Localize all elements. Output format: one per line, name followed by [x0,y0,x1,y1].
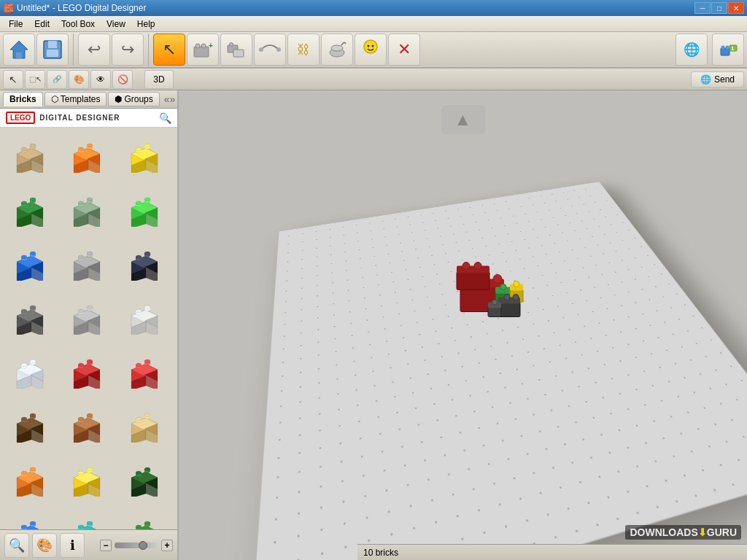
panel-tabs: Bricks ⬡ Templates ⬢ Groups «» [0,90,177,109]
maximize-button[interactable]: □ [711,2,727,14]
hide-btn[interactable]: 👁 [90,70,111,89]
watermark: DOWNLOADS⬇GURU [625,525,741,540]
select-color-btn[interactable]: 🎨 [69,70,89,89]
brick-item[interactable] [61,348,112,399]
svg-point-152 [136,309,142,313]
canvas-up-button[interactable]: ▲ [441,105,485,134]
brick-item[interactable] [61,456,112,507]
svg-point-306 [513,294,519,300]
flex-tool-button[interactable] [254,34,286,66]
zoom-out-button[interactable]: − [100,540,112,551]
home-button[interactable] [3,34,35,66]
brick-item[interactable] [61,402,112,453]
svg-point-20 [721,46,725,50]
svg-point-166 [30,359,36,363]
select-connected-btn[interactable]: 🔗 [47,70,67,89]
minimize-button[interactable]: ─ [694,2,711,14]
brick-item[interactable] [4,510,55,529]
brick-item[interactable] [61,240,112,291]
zoom-slider[interactable] [115,542,158,548]
cursor-tool-button[interactable]: ↖ [153,34,185,66]
close-button[interactable]: ✕ [728,2,744,14]
svg-point-67 [30,198,36,201]
paint-button[interactable] [321,34,353,66]
share-button[interactable]: 🌐 [676,34,708,66]
svg-point-53 [136,147,142,151]
brick-pile-svg [446,257,548,344]
menu-edit[interactable]: Edit [28,18,55,31]
titlebar-controls: ─ □ ✕ [694,2,744,14]
brick-item[interactable] [119,132,170,183]
svg-point-276 [87,521,93,525]
color-mode-button[interactable]: 🎨 [32,533,57,558]
tab-templates[interactable]: ⬡ Templates [44,92,107,106]
brick-item[interactable] [61,294,112,345]
hinge-button[interactable]: ⛓ [287,34,320,66]
svg-point-16 [364,40,377,53]
search-button[interactable]: 🔍 [159,112,171,124]
delete-button[interactable]: ✕ [388,34,420,66]
redo-button[interactable]: ↪ [112,34,144,66]
view-3d-btn[interactable]: 3D [144,70,174,89]
svg-point-292 [493,274,502,283]
menu-help[interactable]: Help [131,18,161,31]
brand-bar: LEGO DIGITAL DESIGNER 🔍 [0,109,177,128]
brick-item[interactable] [4,294,55,345]
svg-rect-307 [488,306,501,316]
svg-point-78 [87,198,93,201]
brick-grid [0,128,177,529]
svg-point-221 [144,413,150,417]
undo-button[interactable]: ↩ [78,34,110,66]
tab-groups[interactable]: ⬢ Groups [108,92,159,106]
brick-item[interactable] [119,294,170,345]
zoom-in-button[interactable]: + [161,540,173,551]
brick-item[interactable] [4,456,55,507]
toolbar-group-home [3,34,74,66]
brick-item[interactable] [61,132,112,183]
svg-point-89 [144,198,150,201]
hide-unselected-btn[interactable]: 🚫 [112,70,133,89]
templates-tab-label: Templates [61,94,101,104]
brick-item[interactable] [4,402,55,453]
add-brick-button[interactable]: + [187,34,219,66]
brick-item[interactable] [4,132,55,183]
svg-point-97 [21,255,27,259]
send-button[interactable]: 🌐 Send [691,71,744,88]
brick-item[interactable] [119,186,170,237]
select-tool-btn[interactable]: ↖ [3,70,23,89]
brick-item[interactable] [119,348,170,399]
brick-item[interactable] [119,402,170,453]
brick-item[interactable] [4,186,55,237]
canvas-area[interactable]: ▲ [179,90,747,560]
baseplate [249,182,747,560]
save-button[interactable] [36,34,69,66]
smiley-button[interactable] [355,34,387,66]
svg-point-273 [78,525,84,529]
models-button[interactable]: 1 [712,34,744,66]
menu-view[interactable]: View [101,18,131,31]
menu-toolbox[interactable]: Tool Box [55,18,101,31]
view-mode-button[interactable]: 🔍 [4,533,29,558]
info-button[interactable]: ℹ [60,533,85,558]
brick-item[interactable] [61,510,112,529]
brick-item[interactable] [119,240,170,291]
tab-bricks[interactable]: Bricks [3,92,43,106]
secondary-toolbar: ↖ ⬚↖ 🔗 🎨 👁 🚫 3D 🌐 Send [0,69,747,90]
svg-point-17 [368,45,370,47]
clone-button[interactable] [220,34,252,66]
brick-item[interactable] [119,510,170,529]
svg-point-185 [136,363,142,367]
svg-point-287 [144,521,150,525]
svg-point-18 [372,45,374,47]
brick-item[interactable] [4,348,55,399]
menu-file[interactable]: File [3,18,28,31]
main-toolbar: ↩ ↪ ↖ + ⛓ [0,32,747,69]
brick-item[interactable] [119,456,170,507]
select-area-btn[interactable]: ⬚↖ [25,70,45,89]
brick-item[interactable] [61,186,112,237]
zoom-thumb[interactable] [139,541,147,550]
collapse-panel-button[interactable]: «» [161,92,179,106]
brick-item[interactable] [4,240,55,291]
svg-point-100 [30,252,36,255]
svg-point-284 [136,525,142,529]
